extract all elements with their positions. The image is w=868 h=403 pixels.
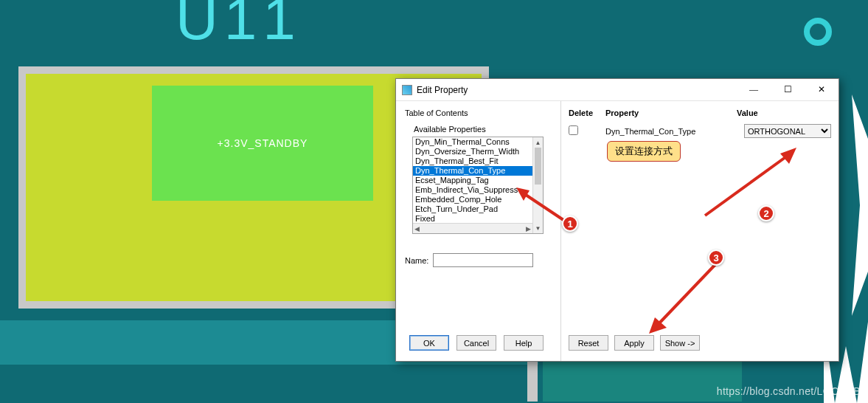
bg-silkscreen-n (852, 94, 868, 316)
annotation-callout: 设置连接方式 (607, 141, 681, 162)
scroll-thumb[interactable] (535, 148, 541, 185)
header-value: Value (737, 108, 831, 117)
list-item[interactable]: Dyn_Oversize_Therm_Width (413, 147, 532, 156)
reset-button[interactable]: Reset (569, 335, 608, 351)
list-item[interactable]: Dyn_Min_Thermal_Conns (413, 137, 532, 147)
list-item[interactable]: Ecset_Mapping_Tag (413, 176, 532, 185)
header-delete: Delete (569, 108, 605, 117)
header-property: Property (605, 108, 737, 117)
list-item[interactable]: Emb_Indirect_Via_Suppress (413, 185, 532, 195)
scroll-down-icon[interactable]: ▼ (533, 223, 543, 233)
dialog-title: Edit Property (417, 85, 468, 95)
dialog-titlebar[interactable]: Edit Property — ☐ ✕ (396, 79, 839, 101)
property-name-cell: Dyn_Thermal_Con_Type (605, 127, 744, 136)
list-item[interactable]: Dyn_Thermal_Con_Type (413, 166, 532, 176)
listbox-vscrollbar[interactable]: ▲ ▼ (532, 137, 543, 233)
show-button[interactable]: Show -> (660, 335, 700, 351)
value-dropdown[interactable]: ORTHOGONAL (744, 124, 831, 138)
annotation-marker-1: 1 (562, 216, 578, 232)
annotation-marker-2: 2 (758, 205, 774, 221)
panel-property-values: Delete Property Value Dyn_Thermal_Con_Ty… (561, 101, 839, 361)
delete-checkbox[interactable] (569, 125, 578, 135)
annotation-marker-3: 3 (708, 249, 724, 266)
pcb-shape-net: +3.3V_STANDBY (152, 86, 373, 201)
minimize-button[interactable]: — (737, 79, 771, 100)
listbox-hscrollbar[interactable]: ◀▶ (413, 223, 532, 233)
watermark-text: https://blog.csdn.net/LGCPCB (717, 385, 861, 397)
name-input[interactable] (433, 253, 533, 267)
property-row: Dyn_Thermal_Con_Type ORTHOGONAL (569, 123, 831, 140)
list-item[interactable]: Embedded_Comp_Hole (413, 195, 532, 204)
close-button[interactable]: ✕ (805, 79, 839, 100)
edit-property-dialog: Edit Property — ☐ ✕ Table of Contents Av… (395, 78, 839, 362)
panel-table-of-contents: Table of Contents Available Properties D… (396, 101, 561, 361)
ok-button[interactable]: OK (409, 335, 449, 351)
help-button[interactable]: Help (504, 335, 544, 351)
toc-heading: Table of Contents (405, 108, 552, 117)
list-item[interactable]: Dyn_Thermal_Best_Fit (413, 156, 532, 166)
cancel-button[interactable]: Cancel (456, 335, 496, 351)
scroll-up-icon[interactable]: ▲ (533, 137, 543, 148)
available-properties-listbox[interactable]: Dyn_Min_Thermal_ConnsDyn_Oversize_Therm_… (412, 137, 544, 234)
available-properties-label: Available Properties (414, 125, 552, 134)
pcb-ring-icon (804, 18, 832, 46)
apply-button[interactable]: Apply (614, 335, 654, 351)
name-label: Name: (405, 256, 428, 265)
maximize-button[interactable]: ☐ (771, 79, 805, 100)
app-icon (402, 85, 412, 95)
pcb-refdes: U11 (176, 0, 302, 53)
list-item[interactable]: Etch_Turn_Under_Pad (413, 204, 532, 214)
